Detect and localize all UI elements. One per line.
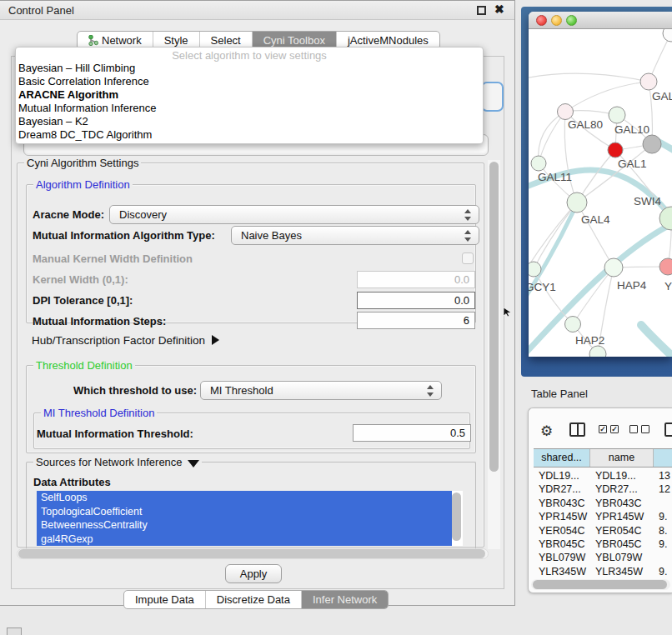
node-label: GAL1 [618, 158, 647, 170]
table-cell: YER054C [595, 525, 642, 537]
network-node[interactable] [659, 258, 672, 275]
checkbox-checked-icon[interactable]: ✓ [599, 425, 607, 433]
control-panel: Control Panel ✖ Network Style Select Cyn… [0, 0, 515, 606]
table-cell: YLR345W [539, 566, 586, 578]
network-edge[interactable] [539, 112, 565, 163]
tab-impute-data[interactable]: Impute Data [124, 591, 206, 608]
table-panel-title: Table Panel [531, 388, 588, 400]
network-node[interactable] [663, 29, 672, 42]
dpi-tolerance-field[interactable]: 0.0 [357, 292, 475, 309]
network-edge[interactable] [534, 202, 577, 269]
mi-steps-field[interactable]: 6 [357, 312, 475, 329]
mi-type-combo[interactable]: Naive Bayes [231, 226, 479, 245]
network-node[interactable] [608, 142, 623, 158]
column-header[interactable]: shared... [534, 449, 590, 467]
network-node[interactable] [531, 156, 546, 171]
zoom-traffic-light-icon[interactable] [566, 15, 577, 26]
network-node[interactable] [558, 104, 574, 120]
kernel-width-label: Kernel Width (0,1): [33, 273, 128, 286]
new-table-icon[interactable] [664, 422, 672, 437]
which-threshold-combo[interactable]: MI Threshold [200, 381, 442, 400]
network-node[interactable] [567, 192, 587, 212]
column-header[interactable] [654, 449, 672, 467]
control-panel-titlebar: Control Panel ✖ [0, 1, 514, 20]
algorithm-option[interactable]: Dream8 DC_TDC Algorithm [16, 128, 483, 142]
table-cell: YBR043C [595, 498, 642, 509]
minimize-traffic-light-icon[interactable] [551, 15, 562, 26]
table-cell: YDL19... [595, 470, 636, 482]
aracne-mode-combo[interactable]: Discovery [109, 205, 479, 224]
group-title: Cyni Algorithm Settings [24, 157, 141, 169]
node-label: SWI4 [634, 195, 661, 208]
data-attributes-list[interactable]: SelfLoopsTopologicalCoefficientBetweenne… [37, 491, 463, 546]
table-cell: YBL079W [539, 552, 585, 563]
network-edge[interactable] [565, 112, 615, 150]
stepper-icon [464, 230, 471, 242]
algorithm-combo-button-fragment[interactable] [481, 82, 504, 112]
checkbox-unchecked-icon[interactable] [641, 425, 649, 433]
algorithm-option[interactable]: Bayesian – K2 [16, 115, 483, 128]
data-attribute-item-selected[interactable]: BetweennessCentrality [37, 518, 452, 532]
node-label: GAL11 [538, 171, 572, 183]
algorithm-option[interactable]: ARACNE Algorithm [16, 88, 483, 102]
settings-horizontal-scrollbar-thumb[interactable] [18, 549, 485, 558]
manual-kernel-checkbox[interactable] [462, 252, 474, 264]
table-horizontal-scrollbar-thumb[interactable] [533, 580, 667, 589]
table-cell: YBR045C [539, 538, 585, 550]
kernel-width-field[interactable]: 0.0 [357, 271, 475, 288]
network-edge[interactable] [539, 112, 565, 163]
tab-discretize-data[interactable]: Discretize Data [206, 591, 302, 608]
network-node[interactable] [529, 262, 541, 277]
panel-title: Control Panel [8, 4, 74, 17]
apply-button[interactable]: Apply [225, 564, 282, 583]
network-edge[interactable] [577, 202, 614, 268]
checkbox-checked-icon[interactable]: ✓ [610, 425, 619, 433]
network-edge[interactable] [529, 73, 649, 82]
chevron-down-icon[interactable] [188, 460, 199, 468]
data-attribute-item-selected[interactable]: TopologicalCoefficient [37, 505, 452, 519]
mi-type-label: Mutual Information Algorithm Type: [33, 229, 215, 242]
network-node[interactable] [643, 135, 661, 153]
dpi-tolerance-label: DPI Tolerance [0,1]: [33, 294, 133, 307]
hub-definition-label: Hub/Transcription Factor Definition [32, 334, 205, 347]
node-label: GCY1 [529, 281, 556, 293]
tab-infer-network[interactable]: Infer Network [302, 591, 388, 608]
network-edge[interactable] [565, 82, 649, 112]
column-view-icon[interactable] [569, 422, 585, 437]
attribute-list-scrollbar[interactable] [452, 492, 461, 541]
network-node[interactable] [604, 258, 623, 277]
data-attribute-item-selected[interactable]: gal4RGexp [37, 532, 452, 547]
float-window-icon[interactable] [477, 6, 486, 15]
network-node[interactable] [640, 73, 657, 90]
algorithm-option[interactable]: Basic Correlation Inference [16, 75, 483, 88]
table-cell: YLR345W [595, 566, 643, 578]
table-cell: YDL19... [539, 470, 579, 482]
gear-icon[interactable]: ⚙ [540, 422, 553, 440]
checkbox-unchecked-icon[interactable] [629, 425, 638, 433]
network-node[interactable] [609, 107, 625, 123]
network-edge-thick[interactable] [641, 325, 672, 357]
algorithm-option[interactable]: Bayesian – Hill Climbing [16, 62, 483, 75]
column-header[interactable]: name [590, 449, 654, 467]
network-view-window[interactable]: GALGAL80GAL10GAL1GAL11GAL4SWI4HAP4YGCY1H… [529, 12, 672, 357]
partial-icon[interactable] [7, 628, 22, 635]
threshold-definition-group: Threshold Definition Which threshold to … [26, 365, 476, 453]
close-traffic-light-icon[interactable] [536, 15, 547, 26]
close-icon[interactable]: ✖ [494, 2, 504, 16]
network-canvas[interactable]: GALGAL80GAL10GAL1GAL11GAL4SWI4HAP4YGCY1H… [529, 29, 672, 357]
table-cell: 12 [659, 483, 670, 495]
combo-value: Discovery [119, 208, 167, 221]
settings-vertical-scrollbar-thumb[interactable] [489, 162, 499, 472]
network-desktop: GALGAL80GAL10GAL1GAL11GAL4SWI4HAP4YGCY1H… [521, 7, 672, 377]
network-window-titlebar[interactable] [529, 12, 672, 29]
algorithm-option[interactable]: Mutual Information Inference [16, 102, 483, 115]
table-cell: YDR27... [595, 483, 638, 495]
hub-definition-toggle[interactable]: Hub/Transcription Factor Definition [32, 334, 219, 347]
data-attribute-item-selected[interactable]: SelfLoops [37, 491, 452, 505]
table-cell: 9. [659, 538, 667, 550]
network-node[interactable] [565, 317, 581, 332]
algorithm-definition-group: Algorithm Definition Aracne Mode: Discov… [26, 184, 476, 323]
mi-threshold-field[interactable]: 0.5 [353, 424, 471, 442]
table-cell: YPR145W [539, 511, 587, 522]
group-title: Algorithm Definition [33, 178, 133, 191]
